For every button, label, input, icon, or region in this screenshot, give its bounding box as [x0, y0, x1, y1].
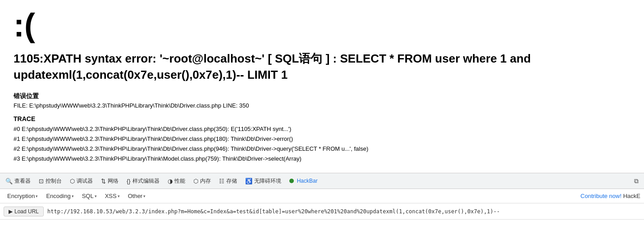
- devtools-item-memory[interactable]: ⬡内存: [190, 176, 215, 187]
- trace-line: #2 E:\phpstudy\WWW\web\3.2.3\ThinkPHP\Li…: [14, 144, 630, 154]
- inspector-icon: 🔍: [5, 178, 13, 184]
- devtools-item-console[interactable]: ⊡控制台: [35, 176, 65, 187]
- performance-icon: ◑: [168, 178, 173, 184]
- hackbar-status-dot: [289, 179, 294, 183]
- hackbar-menu-label-other: Other: [128, 193, 143, 199]
- hackbar-menu-other[interactable]: Other ▾: [124, 191, 150, 201]
- network-icon: ⇅: [101, 178, 106, 184]
- memory-label: 内存: [200, 177, 211, 185]
- devtools-item-storage[interactable]: ☷存储: [215, 176, 241, 187]
- devtools-item-accessibility[interactable]: ♿无障碍环境: [242, 176, 285, 187]
- devtools-item-network[interactable]: ⇅网络: [97, 176, 122, 187]
- hackbar-menu-label-xss: XSS: [105, 193, 117, 199]
- trace-label: TRACE: [14, 115, 630, 122]
- hackbar-menu-encryption[interactable]: Encryption ▾: [4, 191, 41, 201]
- trace-lines: #0 E:\phpstudy\WWW\web\3.2.3\ThinkPHP\Li…: [14, 124, 630, 164]
- trace-line: #1 E:\phpstudy\WWW\web\3.2.3\ThinkPHP\Li…: [14, 134, 630, 144]
- network-label: 网络: [108, 177, 119, 185]
- inspector-label: 查看器: [14, 177, 31, 185]
- devtools-item-debugger[interactable]: ⬡调试器: [66, 176, 96, 187]
- error-location-value: FILE: E:\phpstudy\WWW\web\3.2.3\ThinkPHP…: [14, 102, 630, 109]
- load-icon: ▶: [9, 208, 13, 215]
- console-label: 控制台: [46, 177, 62, 185]
- url-input[interactable]: [47, 208, 640, 215]
- performance-label: 性能: [174, 177, 185, 185]
- error-location-label: 错误位置: [14, 92, 630, 100]
- dropdown-arrow-encoding: ▾: [72, 194, 74, 198]
- devtools-item-hackbar[interactable]: HackBar: [286, 176, 321, 186]
- dropdown-arrow-other: ▾: [143, 194, 146, 198]
- memory-icon: ⬡: [193, 178, 198, 184]
- dropdown-arrow-sql: ▾: [95, 194, 97, 198]
- contribute-suffix: HackE: [621, 193, 640, 199]
- devtools-toolbar: 🔍查看器⊡控制台⬡调试器⇅网络{}样式编辑器◑性能⬡内存☷存储♿无障碍环境Hac…: [0, 173, 644, 189]
- hackbar-menu-label-encryption: Encryption: [7, 193, 35, 199]
- devtools-item-style-editor[interactable]: {}样式编辑器: [123, 176, 163, 187]
- load-url-button[interactable]: ▶ Load URL: [4, 207, 44, 216]
- hackbar-toolbar: Encryption ▾Encoding ▾SQL ▾XSS ▾Other ▾C…: [0, 189, 644, 203]
- style-editor-icon: {}: [127, 178, 131, 184]
- hackbar-label: HackBar: [297, 178, 318, 184]
- dropdown-arrow-encryption: ▾: [36, 194, 38, 198]
- console-icon: ⊡: [39, 178, 44, 184]
- hackbar-menu-sql[interactable]: SQL ▾: [78, 191, 100, 201]
- hackbar-menu-label-encoding: Encoding: [46, 193, 70, 199]
- sad-face-icon: :(: [14, 9, 630, 41]
- trace-line: #0 E:\phpstudy\WWW\web\3.2.3\ThinkPHP\Li…: [14, 124, 630, 134]
- dropdown-arrow-xss: ▾: [118, 194, 120, 198]
- accessibility-label: 无障碍环境: [254, 177, 281, 185]
- hackbar-menu-label-sql: SQL: [82, 193, 94, 199]
- main-content: :( 1105:XPATH syntax error: '~root@local…: [0, 0, 644, 173]
- load-url-label: Load URL: [14, 208, 39, 215]
- devtools-item-performance[interactable]: ◑性能: [164, 176, 189, 187]
- hackbar-menu-encoding[interactable]: Encoding ▾: [42, 191, 77, 201]
- trace-line: #3 E:\phpstudy\WWW\web\3.2.3\ThinkPHP\Li…: [14, 154, 630, 164]
- debugger-icon: ⬡: [70, 178, 75, 184]
- contribute-link[interactable]: Contribute now! HackE: [580, 193, 640, 199]
- debugger-label: 调试器: [77, 177, 93, 185]
- style-editor-label: 样式编辑器: [132, 177, 160, 185]
- storage-label: 存储: [226, 177, 237, 185]
- storage-icon: ☷: [219, 178, 224, 184]
- devtools-dock-icon[interactable]: ⧉: [630, 176, 642, 187]
- devtools-item-inspector[interactable]: 🔍查看器: [2, 176, 34, 187]
- accessibility-icon: ♿: [245, 178, 252, 184]
- error-title: 1105:XPATH syntax error: '~root@localhos…: [14, 50, 630, 83]
- url-bar: ▶ Load URL: [0, 203, 644, 220]
- hackbar-menu-xss[interactable]: XSS ▾: [101, 191, 123, 201]
